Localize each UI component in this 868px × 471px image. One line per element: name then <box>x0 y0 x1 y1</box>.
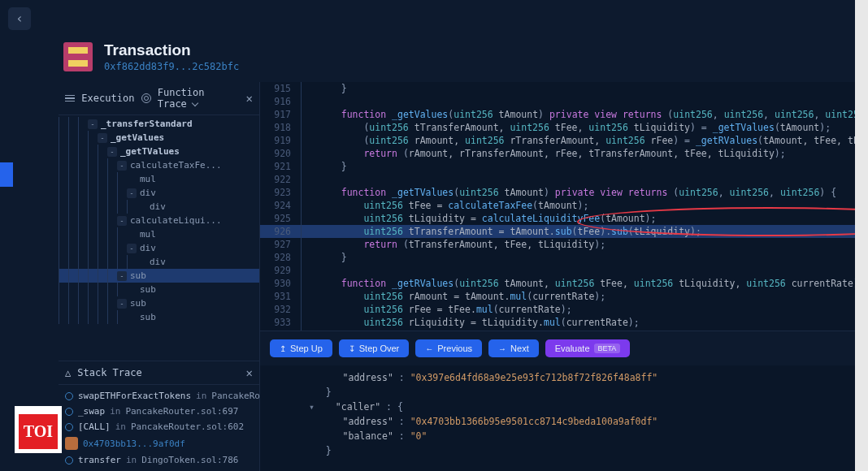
function-trace-tree[interactable]: -_transferStandard-_getValues-_getTValue… <box>59 115 259 361</box>
line-number: 926 <box>260 225 301 238</box>
code-line[interactable]: 928 } <box>260 251 868 264</box>
json-line[interactable]: "balance" : "0" <box>309 429 858 443</box>
code-line[interactable]: 920 return (rAmount, rTransferAmount, rF… <box>260 147 868 160</box>
tree-toggle[interactable]: - <box>127 188 137 198</box>
tree-node[interactable]: sub <box>59 310 259 324</box>
json-line[interactable]: "address" : "0x397e6d4fd68a9e25e93fc712b… <box>309 370 858 385</box>
code-line[interactable]: 934 uint256 rTransferAmount = rAmount.su… <box>260 329 868 331</box>
caret-icon[interactable]: ▾ <box>309 400 319 414</box>
tree-toggle[interactable]: - <box>117 216 127 226</box>
line-number: 916 <box>260 95 301 108</box>
line-number: 929 <box>260 264 301 277</box>
line-number: 932 <box>260 303 301 316</box>
tree-node[interactable]: -_getValues <box>59 131 259 145</box>
code-line[interactable]: 933 uint256 rLiquidity = tLiquidity.mul(… <box>260 316 868 329</box>
code-line[interactable]: 918 (uint256 tTransferAmount, uint256 tF… <box>260 121 868 134</box>
tree-node[interactable]: sub <box>59 283 259 296</box>
button-label: Previous <box>437 344 472 353</box>
next-button[interactable]: →Next <box>488 339 539 357</box>
tree-node[interactable]: -div <box>59 186 259 200</box>
tree-node[interactable]: -_transferStandard <box>59 117 259 131</box>
step-up-button[interactable]: ↥Step Up <box>270 339 332 357</box>
code-line[interactable]: 931 uint256 rAmount = tAmount.mul(curren… <box>260 290 868 303</box>
ring-icon <box>65 392 73 400</box>
line-number: 928 <box>260 251 301 264</box>
tree-toggle[interactable]: - <box>88 119 98 129</box>
button-label: Step Over <box>359 344 400 353</box>
code-line[interactable]: 922 <box>260 173 868 186</box>
line-number: 921 <box>260 160 301 173</box>
tree-toggle[interactable]: - <box>117 299 127 309</box>
stack-function: swapETHForExactTokens <box>78 391 191 401</box>
tree-node[interactable]: mul <box>59 227 259 241</box>
tree-label: sub <box>140 284 156 295</box>
code-line[interactable]: 927 return (tTransferAmount, tFee, tLiqu… <box>260 238 868 251</box>
back-button[interactable]: ‹ <box>8 7 31 30</box>
stack-frame[interactable]: transfer in DingoToken.sol:786 <box>65 452 253 468</box>
tree-toggle[interactable]: - <box>127 244 137 253</box>
code-line[interactable]: 923 function _getTValues(uint256 tAmount… <box>260 186 868 199</box>
code-line[interactable]: 921 } <box>260 160 868 173</box>
previous-button[interactable]: ←Previous <box>415 339 482 357</box>
tree-toggle[interactable]: - <box>98 133 107 143</box>
tree-toggle[interactable]: - <box>117 271 127 281</box>
tree-node[interactable]: -sub <box>59 269 259 283</box>
stack-trace-label: Stack Trace <box>77 367 141 378</box>
stack-frame[interactable]: [CALL] in PancakeRouter.sol:602 <box>65 419 253 434</box>
line-number: 933 <box>260 316 301 329</box>
json-line[interactable]: } <box>309 443 858 458</box>
stack-frame[interactable]: swapETHForExactTokens in PancakeRouter..… <box>65 388 253 404</box>
browser-scrollbar[interactable] <box>855 0 868 471</box>
code-line[interactable]: 915 } <box>260 82 868 95</box>
tree-node[interactable]: div <box>59 255 259 269</box>
tree-node[interactable]: mul <box>59 172 259 186</box>
tree-toggle[interactable]: - <box>107 147 117 157</box>
tree-node[interactable]: -sub <box>59 296 259 310</box>
step-over-button[interactable]: ↧Step Over <box>339 339 410 357</box>
button-label: Step Up <box>290 344 323 353</box>
chevron-left-icon: ‹ <box>15 11 24 26</box>
execution-label: Execution <box>81 93 134 104</box>
tree-node[interactable]: -calculateTaxFe... <box>59 158 259 172</box>
stack-location: PancakeRouter.sol:602 <box>131 421 244 432</box>
code-line[interactable]: 924 uint256 tFee = calculateTaxFee(tAmou… <box>260 199 868 212</box>
code-line[interactable]: 919 (uint256 rAmount, uint256 rTransferA… <box>260 134 868 147</box>
code-line[interactable]: 916 <box>260 95 868 108</box>
code-line[interactable]: 917 function _getValues(uint256 tAmount)… <box>260 108 868 121</box>
json-line[interactable]: ▾ "caller" : { <box>309 400 858 414</box>
close-execution-button[interactable]: ✕ <box>246 92 253 105</box>
ring-icon <box>65 456 73 465</box>
code-line[interactable]: 932 uint256 rFee = tFee.mul(currentRate)… <box>260 303 868 316</box>
evaluate-button[interactable]: EvaluateBETA <box>545 339 631 357</box>
tree-node[interactable]: -div <box>59 241 259 255</box>
function-trace-dropdown[interactable]: Function Trace <box>158 87 240 110</box>
tree-label: calculateTaxFe... <box>130 160 222 171</box>
tree-node[interactable]: div <box>59 200 259 214</box>
code-line[interactable]: 929 <box>260 264 868 277</box>
chevron-down-icon <box>192 100 198 106</box>
tree-label: sub <box>140 312 156 322</box>
arrow-icon: ← <box>425 344 433 353</box>
tree-node[interactable]: -calculateLiqui... <box>59 214 259 227</box>
stack-frame[interactable]: 0x4703bb13...9af0df <box>65 434 253 452</box>
json-line[interactable]: } <box>309 385 858 400</box>
code-editor[interactable]: 915 }916917 function _getValues(uint256 … <box>260 82 868 331</box>
code-line[interactable]: 925 uint256 tLiquidity = calculateLiquid… <box>260 212 868 225</box>
stack-address: 0x4703bb13...9af0df <box>83 439 185 449</box>
code-line[interactable]: 926 uint256 tTransferAmount = tAmount.su… <box>260 225 868 238</box>
stack-function: [CALL] <box>78 421 111 432</box>
line-number: 931 <box>260 290 301 303</box>
code-line[interactable]: 930 function _getRValues(uint256 tAmount… <box>260 277 868 290</box>
json-inspector[interactable]: "address" : "0x397e6d4fd68a9e25e93fc712b… <box>260 365 868 471</box>
json-line[interactable]: "address" : "0x4703bb1366b95e9501cc8714c… <box>309 414 858 429</box>
tree-node[interactable]: -_getTValues <box>59 145 259 158</box>
page-header: Transaction 0xf862dd83f9...2c582bfc <box>0 37 868 82</box>
transaction-hash[interactable]: 0xf862dd83f9...2c582bfc <box>104 61 239 72</box>
button-label: Next <box>510 344 529 353</box>
stack-location: PancakeRouter.sol:697 <box>125 406 238 417</box>
close-stack-button[interactable]: ✕ <box>246 366 253 379</box>
tree-toggle[interactable]: - <box>117 161 127 171</box>
arrow-icon: ↥ <box>280 344 286 353</box>
stack-frame[interactable]: _swap in PancakeRouter.sol:697 <box>65 404 253 419</box>
toi-watermark: TOI <box>15 406 62 453</box>
